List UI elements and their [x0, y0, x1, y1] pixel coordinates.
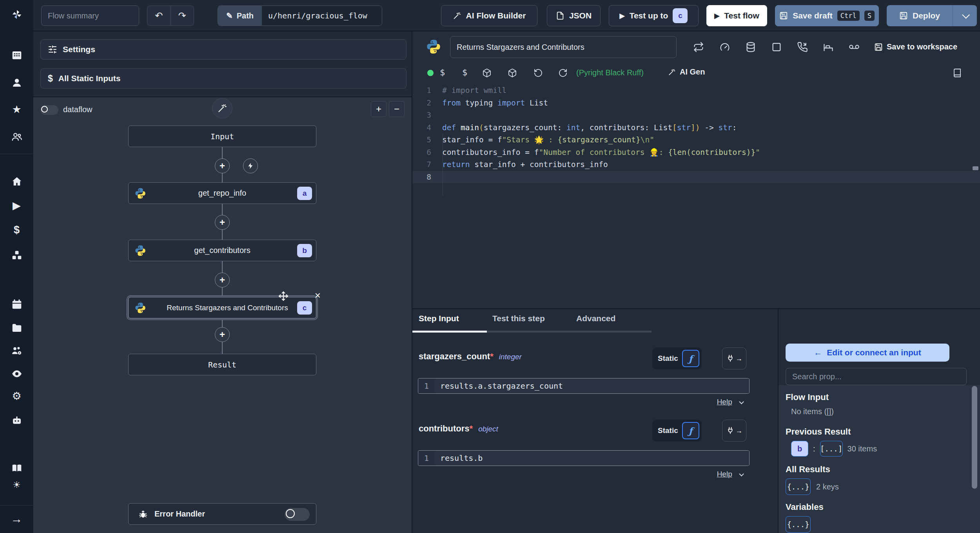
insert-step-button[interactable]: + — [215, 158, 230, 173]
chevron-down-icon[interactable] — [739, 399, 744, 404]
resources-cubes-icon[interactable] — [0, 248, 33, 261]
code-line[interactable]: 1# import wmill — [412, 84, 980, 97]
node-get-repo-info[interactable]: get_repo_info a — [128, 182, 316, 204]
code-editor[interactable]: 1# import wmill2from typing import List3… — [412, 84, 980, 308]
static-expr-toggle[interactable]: Static ƒ — [652, 347, 702, 369]
retries-button[interactable] — [691, 40, 706, 54]
runs-play-icon[interactable]: ▶ — [0, 199, 33, 212]
dataflow-toggle[interactable] — [40, 105, 58, 115]
ai-graph-wand-button[interactable] — [212, 98, 232, 118]
audit-eye-icon[interactable] — [0, 366, 33, 380]
expand-sidebar-arrow-icon[interactable]: → — [0, 512, 33, 526]
sleep-button[interactable] — [821, 40, 835, 54]
code-line[interactable]: 7 return star_info + contributors_info — [412, 158, 980, 171]
ai-robot-icon[interactable] — [0, 413, 33, 426]
insert-step-button[interactable]: + — [215, 215, 230, 230]
code-line[interactable]: 8 — [412, 171, 980, 184]
help-link[interactable]: Help — [717, 470, 732, 478]
edit-or-connect-button[interactable]: ← Edit or connect an input — [786, 344, 949, 362]
code-line[interactable]: 4def main(stargazers_count: int, contrib… — [412, 122, 980, 134]
ai-flow-builder-button[interactable]: AI Flow Builder — [441, 5, 537, 26]
editor-scrollbar-marker[interactable] — [973, 166, 978, 170]
all-results-expand-badge[interactable]: {...} — [786, 478, 811, 495]
early-stop-gauge-button[interactable] — [718, 40, 732, 54]
insert-step-button[interactable]: + — [215, 273, 230, 287]
tab-test-this-step[interactable]: Test this step — [492, 314, 545, 323]
deploy-button[interactable]: Deploy — [887, 5, 953, 26]
test-up-to-button[interactable]: ▶ Test up to c — [609, 5, 699, 26]
windmill-logo-icon[interactable] — [0, 7, 33, 20]
add-variable-button[interactable]: $ — [440, 67, 445, 77]
previous-result-title: Previous Result — [786, 427, 851, 437]
expression-input-contributors[interactable]: 1 results.b — [418, 450, 750, 466]
save-draft-button[interactable]: Save draft Ctrl S — [775, 5, 879, 26]
code-line[interactable]: 2from typing import List — [412, 97, 980, 109]
save-to-workspace-button[interactable]: Save to workspace — [874, 42, 957, 51]
home-icon[interactable] — [0, 174, 33, 187]
node-get-contributors[interactable]: get_contributors b — [128, 240, 316, 261]
all-static-inputs-button[interactable]: $ All Static Inputs — [40, 68, 407, 89]
schedules-calendar-icon[interactable] — [0, 297, 33, 310]
help-link[interactable]: Help — [717, 398, 732, 406]
node-result[interactable]: Result — [128, 354, 316, 375]
favorites-star-icon[interactable]: ★ — [0, 103, 33, 116]
docs-book-icon[interactable] — [0, 460, 33, 474]
connect-plug-button[interactable]: → — [722, 420, 746, 442]
code-line[interactable]: 5 star_info = f"Stars 🌟 : {stargazers_co… — [412, 134, 980, 146]
error-handler-node[interactable]: Error Handler — [128, 503, 316, 525]
script-library-button[interactable] — [950, 66, 964, 80]
add-resource-button[interactable]: $ — [462, 67, 467, 77]
chevron-down-icon[interactable] — [739, 471, 744, 477]
prev-result-key-badge[interactable]: b — [791, 441, 808, 457]
deploy-dropdown-button[interactable] — [953, 5, 977, 26]
lint-tools-label[interactable]: (Pyright Black Ruff) — [576, 68, 644, 77]
variables-expand-badge[interactable]: {...} — [786, 516, 811, 533]
dependencies-button[interactable] — [505, 66, 519, 80]
cache-button[interactable] — [744, 40, 758, 54]
path-value[interactable]: u/henri/gracious_flow — [262, 6, 382, 25]
user-icon[interactable] — [0, 75, 33, 89]
trigger-bolt-button[interactable] — [243, 158, 258, 173]
prev-result-expand-badge[interactable]: [...] — [820, 441, 843, 457]
connect-scrollbar[interactable] — [972, 386, 977, 489]
node-returns-stargazers-selected[interactable]: Returns Stargazers and Contributors c × — [128, 297, 316, 318]
test-flow-button[interactable]: ▶ Test flow — [706, 5, 767, 26]
move-node-handle[interactable] — [278, 291, 289, 303]
tab-advanced[interactable]: Advanced — [576, 314, 615, 323]
theme-sun-icon[interactable]: ☀ — [0, 478, 33, 491]
reload-button[interactable] — [556, 66, 570, 80]
redo-button[interactable]: ↷ — [171, 6, 194, 25]
node-input[interactable]: Input — [128, 126, 316, 147]
path-chip[interactable]: ✎Path u/henri/gracious_flow — [218, 5, 382, 26]
code-line[interactable]: 3 — [412, 109, 980, 122]
code-line[interactable]: 6 contributors_info = f"Number of contri… — [412, 146, 980, 159]
undo-button[interactable]: ↶ — [147, 6, 171, 25]
lifetime-button[interactable] — [847, 40, 861, 54]
step-name-input[interactable] — [450, 36, 677, 58]
folders-icon[interactable] — [0, 320, 33, 334]
zoom-in-button[interactable]: + — [371, 101, 387, 117]
explore-assets-button[interactable] — [480, 66, 494, 80]
workspace-icon[interactable] — [0, 48, 33, 61]
error-handler-toggle[interactable] — [285, 508, 310, 521]
json-button[interactable]: JSON — [547, 5, 601, 26]
static-expr-toggle[interactable]: Static ƒ — [652, 420, 702, 442]
search-prop-input[interactable] — [786, 368, 967, 385]
tab-track[interactable] — [487, 331, 652, 333]
connect-plug-button[interactable]: → — [722, 347, 746, 369]
suspend-button[interactable] — [795, 40, 809, 54]
flow-settings-button[interactable]: Settings — [40, 39, 407, 60]
reset-code-button[interactable] — [531, 66, 545, 80]
expression-input-stargazers[interactable]: 1 results.a.stargazers_count — [418, 378, 750, 394]
variables-dollar-icon[interactable]: $ — [0, 223, 33, 236]
insert-step-button[interactable]: + — [215, 327, 230, 342]
groups-icon[interactable] — [0, 129, 33, 143]
tab-step-input[interactable]: Step Input — [419, 314, 459, 323]
ai-gen-button[interactable]: AI Gen — [668, 67, 705, 76]
flow-summary-input[interactable] — [41, 5, 139, 26]
settings-gear-icon[interactable]: ⚙ — [0, 389, 33, 403]
delete-node-button[interactable]: × — [315, 289, 321, 302]
zoom-out-button[interactable]: − — [389, 101, 405, 117]
mock-button[interactable] — [769, 40, 784, 54]
workers-icon[interactable] — [0, 343, 33, 357]
